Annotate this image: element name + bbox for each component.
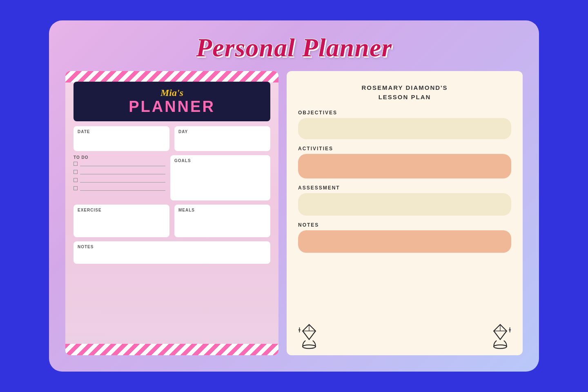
- todo-label: TO DO: [74, 155, 165, 160]
- date-value: [78, 136, 165, 148]
- activities-section: ACTIVITIES: [298, 146, 511, 178]
- todo-line-3: [80, 178, 165, 183]
- planner-header: Mia's PLANNER: [74, 82, 270, 121]
- meals-label: MEALS: [178, 208, 266, 212]
- todo-line-2: [80, 169, 165, 174]
- date-day-row: DATE DAY: [74, 126, 270, 151]
- todo-item-3: [74, 178, 165, 183]
- checkbox-1[interactable]: [74, 162, 78, 166]
- notes-label-right: NOTES: [298, 222, 511, 228]
- objectives-label: OBJECTIVES: [298, 110, 511, 116]
- objectives-box: [298, 118, 511, 139]
- objectives-section: OBJECTIVES: [298, 110, 511, 139]
- assessment-section: ASSESSMENT: [298, 185, 511, 216]
- svg-point-0: [303, 345, 316, 349]
- right-page: ROSEMARY DIAMOND'S LESSON PLAN OBJECTIVE…: [287, 71, 523, 355]
- goals-content: [174, 165, 266, 197]
- exercise-label: EXERCISE: [78, 208, 165, 212]
- exercise-section: EXERCISE: [74, 205, 169, 237]
- assessment-label: ASSESSMENT: [298, 185, 511, 191]
- svg-line-3: [303, 331, 309, 340]
- pages-container: Mia's PLANNER DATE DAY: [65, 71, 523, 355]
- todo-goals-row: TO DO: [74, 155, 270, 200]
- stripe-bottom: [65, 344, 278, 355]
- checkbox-3[interactable]: [74, 178, 78, 182]
- todo-item-1: [74, 161, 165, 166]
- left-page: Mia's PLANNER DATE DAY: [65, 71, 278, 355]
- planner-content: DATE DAY TO DO: [65, 121, 278, 344]
- stripe-top: [65, 71, 278, 82]
- notes-label-left: NOTES: [78, 245, 266, 249]
- activities-label: ACTIVITIES: [298, 146, 511, 151]
- goals-label: GOALS: [174, 158, 266, 163]
- checkbox-4[interactable]: [74, 186, 78, 190]
- date-label: DATE: [78, 129, 165, 134]
- checkbox-2[interactable]: [74, 170, 78, 174]
- todo-section: TO DO: [74, 155, 165, 200]
- day-label: DAY: [178, 129, 266, 134]
- svg-line-11: [494, 331, 500, 340]
- date-field: DATE: [74, 126, 169, 151]
- todo-items: [74, 161, 165, 191]
- svg-line-12: [500, 331, 507, 340]
- assessment-box: [298, 193, 511, 216]
- todo-item-2: [74, 169, 165, 174]
- notes-section-right: NOTES: [298, 222, 511, 253]
- notes-box: [298, 230, 511, 253]
- outer-card: Personal Planner Mia's PLANNER DATE DAY: [49, 20, 539, 372]
- todo-line-1: [80, 161, 165, 166]
- svg-point-8: [494, 345, 507, 349]
- activities-box: [298, 154, 511, 178]
- exercise-meals-row: EXERCISE MEALS: [74, 205, 270, 237]
- mias-name: Mia's: [82, 87, 262, 98]
- page-title: Personal Planner: [196, 33, 392, 63]
- day-field: DAY: [174, 126, 270, 151]
- meals-section: MEALS: [174, 205, 270, 237]
- day-value: [178, 136, 266, 148]
- diamond-right-icon: [486, 321, 514, 350]
- goals-section: GOALS: [170, 155, 270, 200]
- diamond-left-icon: [295, 321, 323, 350]
- svg-line-4: [309, 331, 316, 340]
- diamond-right-decoration: [486, 321, 514, 351]
- diamond-left-decoration: [295, 321, 323, 351]
- todo-line-4: [80, 186, 165, 191]
- notes-section-left: NOTES: [74, 241, 270, 264]
- lesson-title: ROSEMARY DIAMOND'S LESSON PLAN: [298, 83, 511, 102]
- todo-item-4: [74, 186, 165, 191]
- planner-subtitle: PLANNER: [82, 98, 262, 116]
